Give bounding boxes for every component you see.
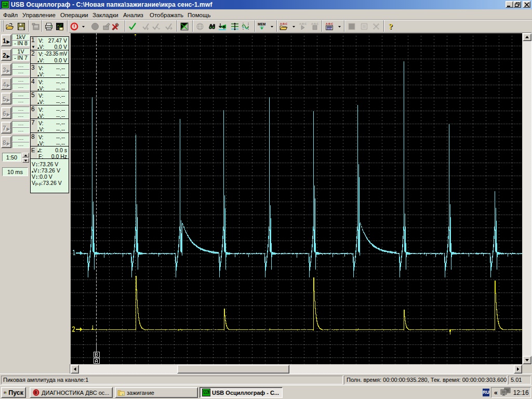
svg-text:?: ? bbox=[389, 22, 393, 31]
svg-text:A:B:C: A:B:C bbox=[311, 22, 319, 25]
svg-text:MEM: MEM bbox=[258, 22, 265, 26]
svg-text:A:B:C: A:B:C bbox=[299, 22, 307, 25]
svg-text:A:B:C: A:B:C bbox=[280, 22, 288, 25]
svg-text:A:B:C: A:B:C bbox=[326, 22, 334, 25]
